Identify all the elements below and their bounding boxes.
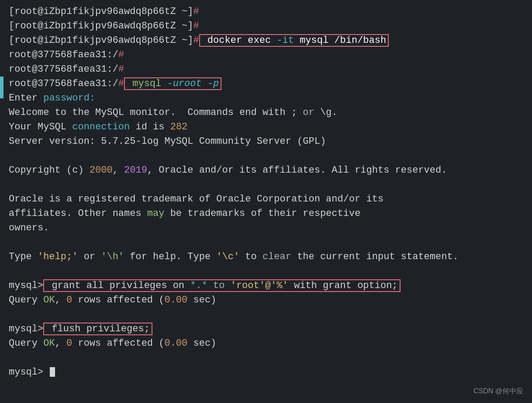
line-blank-5 xyxy=(9,307,523,322)
line-15: affiliates. Other names may be trademark… xyxy=(9,206,523,221)
line-6: root@377568faea31:/# mysql -uroot -p xyxy=(9,76,523,91)
line-26: mysql> xyxy=(9,365,523,379)
line-14: Oracle is a registered trademark of Orac… xyxy=(9,192,523,206)
line-9: Your MySQL connection id is 282 xyxy=(9,120,523,134)
line-5: root@377568faea31:/# xyxy=(9,62,523,76)
line-3: [root@iZbp1fikjpv96awdq8p66tZ ~]# docker… xyxy=(9,33,523,48)
line-8: Welcome to the MySQL monitor. Commands e… xyxy=(9,105,523,120)
line-blank-2 xyxy=(9,177,523,192)
watermark: CSDN @何中应 xyxy=(473,386,523,396)
line-2: [root@iZbp1fikjpv96awdq8p66tZ ~]# xyxy=(9,19,523,33)
line-20: mysql> grant all privileges on *.* to 'r… xyxy=(9,278,523,293)
line-blank-4 xyxy=(9,264,523,278)
left-indicator xyxy=(0,76,3,98)
terminal: [root@iZbp1fikjpv96awdq8p66tZ ~]# [root@… xyxy=(0,0,532,403)
line-blank-6 xyxy=(9,351,523,365)
line-18: Type 'help;' or '\h' for help. Type '\c'… xyxy=(9,250,523,264)
line-10: Server version: 5.7.25-log MySQL Communi… xyxy=(9,134,523,149)
line-21: Query OK, 0 rows affected (0.00 sec) xyxy=(9,293,523,307)
line-blank-1 xyxy=(9,149,523,163)
line-7: Enter password: xyxy=(9,91,523,105)
line-24: Query OK, 0 rows affected (0.00 sec) xyxy=(9,336,523,351)
line-12: Copyright (c) 2000, 2019, Oracle and/or … xyxy=(9,163,523,177)
terminal-cursor xyxy=(50,367,55,377)
line-16: owners. xyxy=(9,221,523,235)
line-4: root@377568faea31:/# xyxy=(9,48,523,62)
line-23: mysql> flush privileges; xyxy=(9,322,523,336)
line-1: [root@iZbp1fikjpv96awdq8p66tZ ~]# xyxy=(9,4,523,19)
line-blank-3 xyxy=(9,235,523,250)
